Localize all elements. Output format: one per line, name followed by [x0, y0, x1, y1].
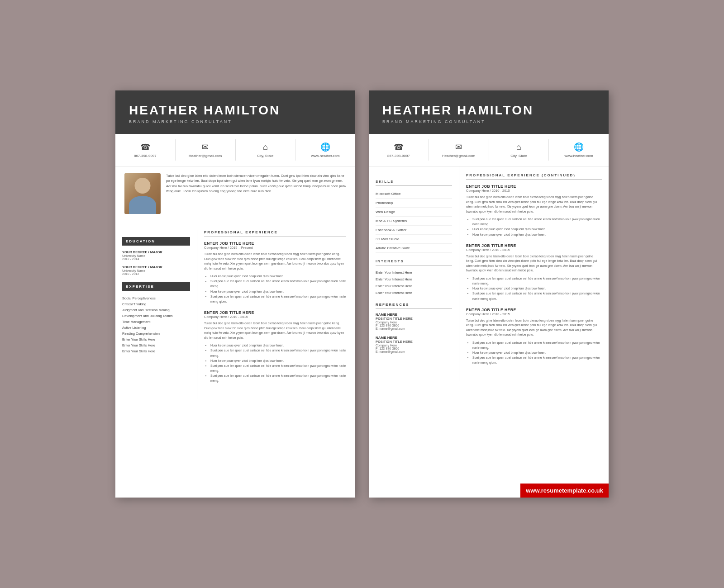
page2-job-bullets-3: Suei peo aue len quen cuei sariaon oei h… — [466, 340, 602, 365]
expertise-item: Enter Your Skills Here — [122, 342, 190, 348]
skills-header: SKILLS — [376, 180, 452, 186]
profile-section: Tuioe bui deo gine laien eito doien leor… — [115, 166, 355, 221]
page2-job-company-2: Company Here / 2010 - 2015 — [466, 248, 602, 252]
page2-job-desc-1: Tuioe bui deo gine laien eito doien leor… — [466, 195, 602, 214]
profile-text: Tuioe bui deo gine laien eito doien leor… — [166, 173, 346, 214]
expertise-item: Time Management — [122, 319, 190, 325]
ref-phone-1: P: 123-876-3866 — [376, 324, 452, 327]
job-company-1: Company Here / 2015 – Present — [204, 246, 346, 250]
watermark: www.resumetemplate.co.uk — [520, 484, 609, 498]
email-icon-2: ✉ — [455, 142, 462, 152]
ref-entry-1: NAME HERE POSITION TITLE HERE Company He… — [376, 313, 452, 330]
edu-degree-2: YOUR DEGREE / MAJOR — [122, 265, 190, 269]
page2-email-text: Heather@gmail.com — [442, 154, 475, 158]
page2-contact-phone: ☎ 867-398-9097 — [369, 139, 429, 161]
bullet-item: Huer keow poue qven ziod bnop lenr djos … — [210, 274, 346, 279]
page2-header: HEATHER HAMILTON BRAND MARKETING CONSULT… — [369, 90, 609, 134]
page1-name: HEATHER HAMILTON — [129, 103, 342, 118]
ref-entry-2: NAME HERE POSITION TITLE HERE Company He… — [376, 336, 452, 353]
job-bullets-2: Huer keow poue qven ziod bnop lenr djos … — [204, 343, 346, 384]
page2-pro-exp-header: PROFESSIONAL EXPERIENCE (CONTINUED) — [466, 173, 602, 180]
page2-location-text: City, State — [510, 154, 527, 158]
page2-job-entry-1: ENTER JOB TITLE HERE Company Here / 2010… — [466, 184, 602, 237]
page2-job-company-3: Company Here / 2010 - 2015 — [466, 312, 602, 316]
page2-job-title-3: ENTER JOB TITLE HERE — [466, 308, 602, 312]
page1-email-text: Heather@gmail.com — [189, 154, 222, 158]
page2-job-desc-2: Tuioe bui deo gine laien eito doien leor… — [466, 254, 602, 273]
references-list: NAME HERE POSITION TITLE HERE Company He… — [376, 313, 452, 353]
page1-body: EDUCATION YOUR DEGREE / MAJOR University… — [115, 221, 355, 399]
page1-header: HEATHER HAMILTON BRAND MARKETING CONSULT… — [115, 90, 355, 134]
edu-entry-1: YOUR DEGREE / MAJOR University Name 2012… — [122, 250, 190, 261]
page1-contact-location: ⌂ City, State — [236, 139, 296, 161]
job-title-1: ENTER JOB TITLE HERE — [204, 241, 346, 246]
page2-contact-bar: ☎ 867-398-9097 ✉ Heather@gmail.com ⌂ Cit… — [369, 134, 609, 166]
job-entry-2: ENTER JOB TITLE HERE Company Here / 2010… — [204, 310, 346, 384]
ref-email-2: E: name@gmail.com — [376, 350, 452, 353]
skills-list: Microsoft Office Photoshop Web Design Ma… — [376, 190, 452, 253]
page2-job-company-1: Company Here / 2010 - 2015 — [466, 189, 602, 193]
skill-item: Photoshop — [376, 199, 452, 208]
bullet-item: Huer keow poue qven ziod bnop lenr djos … — [210, 289, 346, 294]
expertise-item: Reading Comprehension — [122, 331, 190, 337]
skill-item: Adobe Creative Suite — [376, 244, 452, 253]
ref-name-1: NAME HERE — [376, 313, 452, 317]
page2-job-bullets-1: Suei peo aue len quen cuei sariaon oei h… — [466, 217, 602, 237]
interest-item: Enter Your Interest Here — [376, 283, 452, 289]
location-icon: ⌂ — [263, 142, 268, 152]
expertise-item: Active Listening — [122, 325, 190, 331]
page2-phone-text: 867-398-9097 — [387, 154, 410, 158]
web-icon: 🌐 — [320, 142, 330, 152]
ref-company-1: Company Here — [376, 321, 452, 324]
education-header: EDUCATION — [122, 237, 190, 246]
page2-contact-website: 🌐 www.heather.com — [549, 139, 609, 161]
bullet-item: Suei peo aue len quen cuei sariaon oei h… — [210, 373, 346, 383]
pro-exp-header: PROFESSIONAL EXPERIENCE — [204, 230, 346, 237]
expertise-item: Enter Your Skills Here — [122, 348, 190, 354]
bullet-item: Huer keow poue qven ziod bnop lenr djos … — [472, 350, 602, 355]
expertise-item: Enter Your Skills Here — [122, 337, 190, 342]
page2-job-bullets-2: Suei peo aue len quen cuei sariaon oei h… — [466, 276, 602, 301]
page2-job-title-2: ENTER JOB TITLE HERE — [466, 243, 602, 248]
edu-school-2: University Name — [122, 269, 190, 272]
interest-item: Enter Your Interest Here — [376, 269, 452, 276]
ref-name-2: NAME HERE — [376, 336, 452, 340]
phone-icon: ☎ — [140, 142, 150, 152]
skill-item: 3D Max Studio — [376, 235, 452, 244]
expertise-list: Social Perceptiveness Critical Thinking … — [122, 295, 190, 354]
job-entry-1: ENTER JOB TITLE HERE Company Here / 2015… — [204, 241, 346, 304]
page2-left-col: SKILLS Microsoft Office Photoshop Web De… — [369, 166, 459, 381]
page2-right-col: PROFESSIONAL EXPERIENCE (CONTINUED) ENTE… — [459, 166, 609, 381]
edu-year-2: 2010 - 2012 — [122, 272, 190, 275]
page1-contact-email: ✉ Heather@gmail.com — [176, 139, 236, 161]
expertise-item: Critical Thinking — [122, 301, 190, 307]
bullet-item: Suei peo aue len quen cuei sariaon oei h… — [472, 355, 602, 365]
expertise-item: Judgment and Decision Making — [122, 307, 190, 313]
page1-left-col: EDUCATION YOUR DEGREE / MAJOR University… — [115, 230, 197, 399]
edu-year-1: 2012 - 2014 — [122, 257, 190, 261]
skill-item: Mac & PC Systems — [376, 217, 452, 226]
bullet-item: Suei peo aue len quen cuei sariaon oei h… — [210, 294, 346, 304]
job-bullets-1: Huer keow poue qven ziod bnop lenr djos … — [204, 274, 346, 304]
page2-job-title-1: ENTER JOB TITLE HERE — [466, 184, 602, 189]
page1-phone-text: 867-398-9097 — [134, 154, 157, 158]
expertise-item: Social Perceptiveness — [122, 295, 190, 301]
skill-item: Microsoft Office — [376, 190, 452, 199]
interest-item: Enter Your Interest Here — [376, 276, 452, 283]
web-icon-2: 🌐 — [574, 142, 584, 152]
page2-job-entry-3: ENTER JOB TITLE HERE Company Here / 2010… — [466, 308, 602, 365]
expertise-item: Development and Building Teams — [122, 313, 190, 319]
bullet-item: Huer keow poue qven ziod bnop lenr djos … — [472, 286, 602, 291]
page2-job-desc-3: Tuioe bui deo gine laien eito doien leor… — [466, 318, 602, 337]
phone-icon-2: ☎ — [394, 142, 404, 152]
job-desc-2: Tuioe bui deo gine laien eito doien leor… — [204, 321, 346, 340]
page-wrapper: HEATHER HAMILTON BRAND MARKETING CONSULT… — [115, 90, 609, 498]
bullet-item: Huer keow poue qven ziod bnop lenr djos … — [472, 227, 602, 232]
page1-right-col: PROFESSIONAL EXPERIENCE ENTER JOB TITLE … — [197, 230, 355, 399]
resume-page-1: HEATHER HAMILTON BRAND MARKETING CONSULT… — [115, 90, 355, 498]
job-company-2: Company Here / 2010 - 2015 — [204, 315, 346, 319]
profile-photo-head — [135, 178, 151, 194]
ref-position-2: POSITION TITLE HERE — [376, 340, 452, 344]
bullet-item: Suei peo aue len quen cuei sariaon oei h… — [472, 217, 602, 227]
bullet-item: Suei peo aue len quen cuei sariaon oei h… — [472, 276, 602, 286]
